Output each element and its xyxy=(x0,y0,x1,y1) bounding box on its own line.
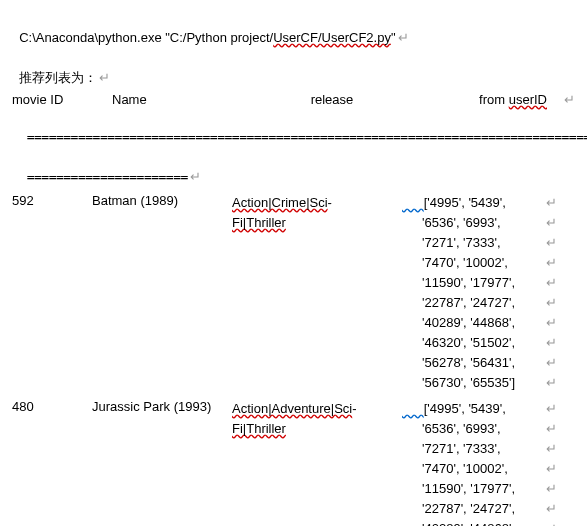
movie-name: Batman (1989) xyxy=(92,193,232,208)
eol-icon: ↵ xyxy=(539,519,557,526)
eol-icon: ↵ xyxy=(539,499,557,519)
movie-id: 480 xyxy=(12,399,92,414)
user-id-text: '46320', '51502', xyxy=(392,333,539,353)
eol-icon: ↵ xyxy=(539,313,557,333)
eol-icon: ↵ xyxy=(539,373,557,393)
eol-icon: ↵ xyxy=(398,30,409,45)
exe-path: C:\Anaconda\python.exe "C:/Python projec… xyxy=(19,30,273,45)
eol-icon: ↵ xyxy=(99,70,110,85)
user-id-text: '22787', '24727', xyxy=(392,293,539,313)
user-id-text: ['4995', '5439', xyxy=(424,195,506,210)
eol-icon: ↵ xyxy=(564,92,575,107)
eol-icon: ↵ xyxy=(539,253,557,273)
from-user-list: ['4995', '5439',↵'6536', '6993',↵'7271',… xyxy=(392,399,557,526)
user-id-text: '11590', '17977', xyxy=(392,273,539,293)
divider-line: ========================================… xyxy=(12,107,575,147)
header-from-text: from xyxy=(479,92,509,107)
eol-icon: ↵ xyxy=(190,169,201,184)
blue-wave-icon xyxy=(402,401,424,416)
eol-icon: ↵ xyxy=(539,213,557,233)
release-dash: - xyxy=(328,195,332,210)
release-genre: Fi|Thriller xyxy=(232,215,286,230)
movie-release: Action|Crime|Sci-Fi|Thriller xyxy=(232,193,392,233)
user-id-text: '40289', '44868', xyxy=(392,313,539,333)
eol-icon: ↵ xyxy=(539,273,557,293)
eol-icon: ↵ xyxy=(539,419,557,439)
quote-end: " xyxy=(391,30,396,45)
table-row: 480Jurassic Park (1993)Action|Adventure|… xyxy=(12,399,575,526)
eol-icon: ↵ xyxy=(539,333,557,353)
release-genre: Fi|Thriller xyxy=(232,421,286,436)
user-id-text: '6536', '6993', xyxy=(392,419,539,439)
user-id-text: '11590', '17977', xyxy=(392,479,539,499)
output-title-line: 推荐列表为：↵ xyxy=(12,48,575,88)
user-id-text: '40289', '44868', xyxy=(392,519,539,526)
output-title: 推荐列表为： xyxy=(19,70,97,85)
header-userid-text: userID xyxy=(509,92,547,107)
release-dash: - xyxy=(352,401,356,416)
divider-line: ======================↵ xyxy=(12,147,575,187)
table-header: movie ID Name release from userID ↵ xyxy=(12,92,575,107)
table-row: 592Batman (1989)Action|Crime|Sci-Fi|Thri… xyxy=(12,193,575,393)
user-id-text: '22787', '24727', xyxy=(392,499,539,519)
header-name: Name xyxy=(92,92,252,107)
user-id-text: '7271', '7333', xyxy=(392,439,539,459)
eol-icon: ↵ xyxy=(539,439,557,459)
release-genre: Action|Adventure|Sci xyxy=(232,401,352,416)
movie-id: 592 xyxy=(12,193,92,208)
eol-icon: ↵ xyxy=(539,459,557,479)
header-from-user: from userID xyxy=(412,92,557,107)
user-id-text: '56278', '56431', xyxy=(392,353,539,373)
eol-icon: ↵ xyxy=(539,479,557,499)
header-release: release xyxy=(252,92,412,107)
movie-release: Action|Adventure|Sci-Fi|Thriller xyxy=(232,399,392,439)
eol-icon: ↵ xyxy=(539,293,557,313)
movie-name: Jurassic Park (1993) xyxy=(92,399,232,414)
divider-text: ====================== xyxy=(27,169,188,184)
eol-icon: ↵ xyxy=(539,353,557,373)
blue-wave-icon xyxy=(402,195,424,210)
user-id-text: '6536', '6993', xyxy=(392,213,539,233)
user-id-text: '56730', '65535'] xyxy=(392,373,539,393)
user-id-text: '7271', '7333', xyxy=(392,233,539,253)
header-movie-id: movie ID xyxy=(12,92,92,107)
eol-icon: ↵ xyxy=(539,233,557,253)
release-genre: Action|Crime|Sci xyxy=(232,195,328,210)
user-id-text: '7470', '10002', xyxy=(392,459,539,479)
command-line: C:\Anaconda\python.exe "C:/Python projec… xyxy=(12,8,575,48)
eol-icon: ↵ xyxy=(539,193,557,213)
user-id-text: '7470', '10002', xyxy=(392,253,539,273)
script-path-underlined: UserCF/UserCF2.py xyxy=(273,30,391,45)
from-user-list: ['4995', '5439',↵'6536', '6993',↵'7271',… xyxy=(392,193,557,393)
eol-icon: ↵ xyxy=(539,399,557,419)
user-id-text: ['4995', '5439', xyxy=(424,401,506,416)
divider-text: ========================================… xyxy=(27,129,587,144)
